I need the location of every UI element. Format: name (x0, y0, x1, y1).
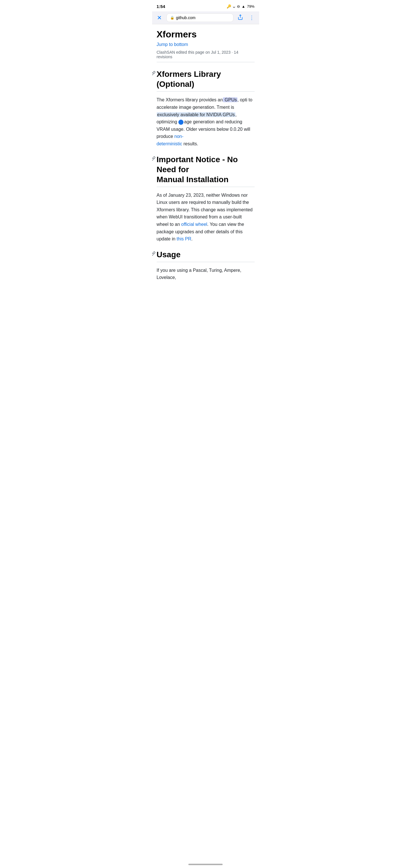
section-important-notice: Important Notice - No Need forManual Ins… (157, 154, 255, 184)
url-bar[interactable]: 🔒 github.com (166, 13, 233, 22)
xformers-library-heading: Xformers Library(Optional) (157, 69, 221, 89)
close-icon: ✕ (157, 14, 162, 21)
page-content: Xformers Jump to bottom ClashSAN edited … (152, 24, 259, 281)
battery-indicator: 79% (247, 4, 254, 8)
more-button[interactable]: ⋮ (247, 13, 256, 22)
url-text: github.com (176, 16, 195, 20)
top-divider (157, 62, 255, 62)
browser-chrome: ✕ 🔒 github.com ⋮ (152, 11, 259, 24)
usage-body: If you are using a Pascal, Turing, Amper… (157, 267, 255, 281)
important-notice-body: As of January 23, 2023, neither Windows … (157, 192, 255, 243)
status-bar: 1:54 🔑 ᴗ ⊖ ▲ 79% (152, 0, 259, 11)
section-xformers-library: Xformers Library(Optional) (157, 69, 255, 89)
non-deterministic-link[interactable]: non-deterministic (157, 134, 184, 146)
wifi-icon: ▲ (242, 4, 246, 8)
official-wheel-link[interactable]: official wheel (181, 222, 207, 227)
status-icons: 🔑 ᴗ ⊖ ▲ 79% (227, 4, 255, 8)
share-button[interactable] (236, 13, 245, 22)
page-title: Xformers (157, 24, 255, 42)
important-notice-heading: Important Notice - No Need forManual Ins… (157, 154, 255, 184)
jump-to-bottom-link[interactable]: Jump to bottom (157, 42, 188, 47)
exclusive-highlight: exclusively available for NVIDIA GPUs (157, 112, 235, 117)
key-icon: 🔑 (227, 4, 231, 8)
anchor-icon-notice (152, 156, 156, 162)
this-pr-link[interactable]: this PR (177, 237, 191, 241)
section-usage: Usage (157, 250, 255, 259)
more-icon: ⋮ (249, 14, 254, 21)
dnd-icon: ⊖ (237, 4, 240, 8)
close-tab-button[interactable]: ✕ (155, 13, 164, 22)
section-divider-2 (157, 187, 255, 187)
anchor-icon-usage (152, 251, 156, 257)
usage-heading: Usage (157, 250, 181, 259)
blue-selection-dot (179, 120, 184, 125)
xformers-library-body: The Xformers library provides an GPUs, o… (157, 96, 255, 147)
lock-icon: 🔒 (170, 16, 175, 20)
gpus-highlight: GPUs (223, 97, 238, 102)
anchor-icon-xformers (152, 71, 156, 76)
edit-info: ClashSAN edited this page on Jul 1, 2023… (157, 50, 255, 59)
section-divider-1 (157, 91, 255, 92)
bluetooth-icon: ᴗ (233, 4, 235, 8)
status-time: 1:54 (157, 4, 165, 9)
section-divider-3 (157, 262, 255, 262)
share-icon (238, 14, 243, 22)
